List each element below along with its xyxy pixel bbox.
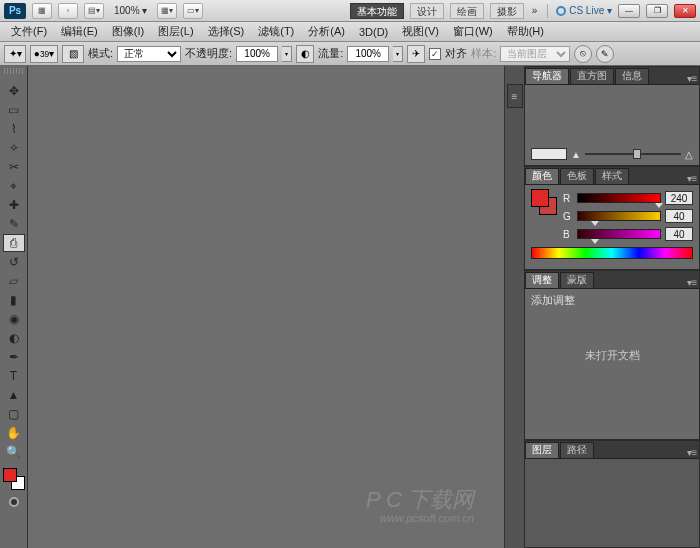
bucket-tool[interactable]: ▮ <box>3 291 25 309</box>
tab-layers[interactable]: 图层 <box>525 442 559 458</box>
opacity-dropdown[interactable]: ▾ <box>282 46 292 62</box>
menu-view[interactable]: 视图(V) <box>395 24 446 39</box>
flow-label: 流量: <box>318 46 343 61</box>
foreground-color-swatch[interactable] <box>3 468 17 482</box>
menu-edit[interactable]: 编辑(E) <box>54 24 105 39</box>
flow-dropdown[interactable]: ▾ <box>393 46 403 62</box>
aligned-checkbox[interactable]: ✓ <box>429 48 441 60</box>
healing-tool[interactable]: ✚ <box>3 196 25 214</box>
hand-tool[interactable]: ✋ <box>3 424 25 442</box>
marquee-tool[interactable]: ▭ <box>3 101 25 119</box>
aligned-label: 对齐 <box>445 46 467 61</box>
channel-b-value[interactable]: 40 <box>665 227 693 241</box>
opacity-label: 不透明度: <box>185 46 232 61</box>
tab-paths[interactable]: 路径 <box>560 442 594 458</box>
view-extras-button[interactable]: ▤▾ <box>84 3 104 19</box>
cs-live-button[interactable]: CS Live ▾ <box>556 5 612 16</box>
workspace-tab-photography[interactable]: 摄影 <box>490 3 524 19</box>
color-panel-swatches[interactable] <box>531 189 557 215</box>
rectangle-tool[interactable]: ▢ <box>3 405 25 423</box>
zoom-tool[interactable]: 🔍 <box>3 443 25 461</box>
path-select-tool[interactable]: ▲ <box>3 386 25 404</box>
launch-bridge-button[interactable]: ▦ <box>32 3 52 19</box>
tab-color[interactable]: 颜色 <box>525 168 559 184</box>
eyedropper-tool[interactable]: ⌖ <box>3 177 25 195</box>
menu-file[interactable]: 文件(F) <box>4 24 54 39</box>
navigator-panel-menu[interactable]: ▾≡ <box>685 73 699 84</box>
opacity-input[interactable] <box>236 46 278 62</box>
pen-tool[interactable]: ✒ <box>3 348 25 366</box>
app-logo: Ps <box>4 3 26 19</box>
navigator-zoom-field[interactable] <box>531 148 567 160</box>
stamp-tool[interactable]: ⎙ <box>3 234 25 252</box>
color-spectrum-ramp[interactable] <box>531 247 693 259</box>
workspace-more-button[interactable]: » <box>530 5 540 16</box>
navigator-zoom-out-icon[interactable]: ▲ <box>571 149 581 160</box>
current-tool-icon[interactable]: ✦▾ <box>4 45 26 63</box>
tab-styles[interactable]: 样式 <box>595 168 629 184</box>
window-close-button[interactable]: ✕ <box>674 4 696 18</box>
tab-info[interactable]: 信息 <box>615 68 649 84</box>
watermark: P C 下载网 www.pcsoft.com.cn <box>366 488 474 524</box>
adjustments-panel-menu[interactable]: ▾≡ <box>685 277 699 288</box>
crop-tool[interactable]: ✂ <box>3 158 25 176</box>
toolbar-grip[interactable] <box>4 68 23 74</box>
menu-help[interactable]: 帮助(H) <box>500 24 551 39</box>
airbrush-toggle[interactable]: ✈ <box>407 45 425 63</box>
dodge-tool[interactable]: ◐ <box>3 329 25 347</box>
menu-3d[interactable]: 3D(D) <box>352 26 395 38</box>
window-maximize-button[interactable]: ❐ <box>646 4 668 18</box>
workspace-tab-painting[interactable]: 绘画 <box>450 3 484 19</box>
wand-tool[interactable]: ✧ <box>3 139 25 157</box>
menu-bar: 文件(F) 编辑(E) 图像(I) 图层(L) 选择(S) 滤镜(T) 分析(A… <box>0 22 700 42</box>
brush-tool[interactable]: ✎ <box>3 215 25 233</box>
collapsed-dock: ≡ <box>504 66 524 548</box>
color-swatches[interactable] <box>3 468 25 490</box>
menu-select[interactable]: 选择(S) <box>201 24 252 39</box>
channel-g-value[interactable]: 40 <box>665 209 693 223</box>
tab-navigator[interactable]: 导航器 <box>525 68 569 84</box>
menu-analysis[interactable]: 分析(A) <box>301 24 352 39</box>
layers-panel-menu[interactable]: ▾≡ <box>685 447 699 458</box>
navigator-zoom-in-icon[interactable]: △ <box>685 149 693 160</box>
tablet-pressure-toggle[interactable]: ✎ <box>596 45 614 63</box>
mode-label: 模式: <box>88 46 113 61</box>
window-minimize-button[interactable]: — <box>618 4 640 18</box>
brush-preset-picker[interactable]: ● 39▾ <box>30 45 58 63</box>
flow-input[interactable] <box>347 46 389 62</box>
arrange-docs-button[interactable]: ▦▾ <box>157 3 177 19</box>
brush-panel-toggle[interactable]: ▧ <box>62 45 84 63</box>
screen-mode-button[interactable]: ▭▾ <box>183 3 203 19</box>
channel-r-slider[interactable] <box>577 193 661 203</box>
quick-mask-toggle[interactable] <box>9 497 19 507</box>
history-brush-tool[interactable]: ↺ <box>3 253 25 271</box>
tab-masks[interactable]: 蒙版 <box>560 272 594 288</box>
workspace-tab-design[interactable]: 设计 <box>410 3 444 19</box>
sample-select[interactable]: 当前图层 <box>500 46 570 62</box>
move-tool[interactable]: ✥ <box>3 82 25 100</box>
eraser-tool[interactable]: ▱ <box>3 272 25 290</box>
type-tool[interactable]: T <box>3 367 25 385</box>
tab-histogram[interactable]: 直方图 <box>570 68 614 84</box>
opacity-pressure-toggle[interactable]: ◐ <box>296 45 314 63</box>
menu-window[interactable]: 窗口(W) <box>446 24 500 39</box>
navigator-zoom-slider[interactable] <box>585 153 681 155</box>
zoom-level-dropdown[interactable]: 100% ▾ <box>110 5 151 16</box>
collapsed-history-icon[interactable]: ≡ <box>507 84 523 108</box>
menu-layer[interactable]: 图层(L) <box>151 24 200 39</box>
ignore-adjustment-toggle[interactable]: ⦸ <box>574 45 592 63</box>
menu-filter[interactable]: 滤镜(T) <box>251 24 301 39</box>
channel-b-slider[interactable] <box>577 229 661 239</box>
channel-g-slider[interactable] <box>577 211 661 221</box>
tab-swatches[interactable]: 色板 <box>560 168 594 184</box>
menu-image[interactable]: 图像(I) <box>105 24 151 39</box>
options-bar: ✦▾ ● 39▾ ▧ 模式: 正常 不透明度: ▾ ◐ 流量: ▾ ✈ ✓ 对齐… <box>0 42 700 66</box>
color-panel-menu[interactable]: ▾≡ <box>685 173 699 184</box>
lasso-tool[interactable]: ⌇ <box>3 120 25 138</box>
blend-mode-select[interactable]: 正常 <box>117 46 181 62</box>
blur-tool[interactable]: ◉ <box>3 310 25 328</box>
workspace-tab-essentials[interactable]: 基本功能 <box>350 3 404 19</box>
mini-bridge-button[interactable]: ▫ <box>58 3 78 19</box>
tab-adjustments[interactable]: 调整 <box>525 272 559 288</box>
channel-r-value[interactable]: 240 <box>665 191 693 205</box>
